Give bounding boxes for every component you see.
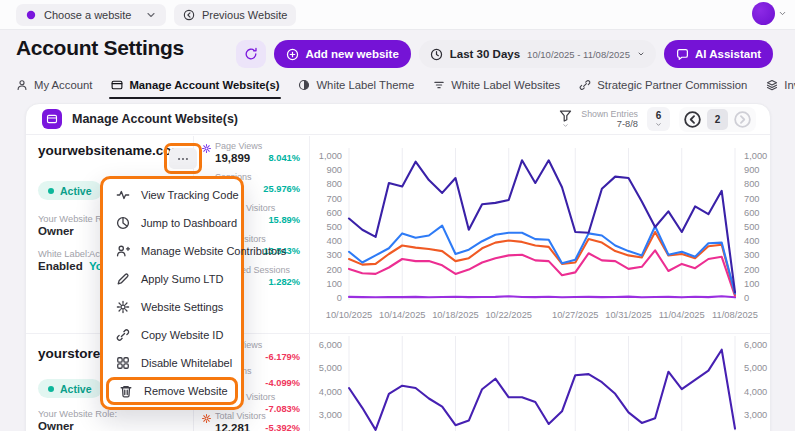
role-value: Owner [38,420,74,431]
status-dot-icon [48,386,54,392]
panel-header: Manage Account Website(s) Shown Entries … [26,104,770,135]
svg-text:6,000: 6,000 [319,340,342,350]
svg-text:11/08/2025: 11/08/2025 [712,310,758,320]
header-actions: Add new website Last 30 Days 10/10/2025 … [236,40,773,68]
period-label: Last 30 Days [450,48,520,60]
filter-button[interactable] [559,109,572,129]
menu-item-copy-website-id[interactable]: Copy Website ID [103,321,241,349]
stat-delta: 25.976% [263,184,300,194]
gear-icon [116,300,130,314]
svg-text:10/22/2025: 10/22/2025 [485,310,532,320]
status-label: Active [60,185,92,197]
white-label-value: Enabled [38,260,83,272]
link-icon [579,79,591,91]
svg-text:3,000: 3,000 [744,410,767,420]
prev-page-button[interactable] [683,110,702,129]
svg-text:4,000: 4,000 [319,387,342,397]
svg-text:5,000: 5,000 [744,363,767,373]
menu-item-remove-website[interactable]: Remove Website [106,377,238,405]
stat-label: Page Views [215,141,300,151]
white-label-label: White Label: [38,249,90,259]
chat-icon [676,48,689,61]
next-page-button[interactable] [733,110,752,129]
tab-invoices[interactable]: Invoices [766,79,795,99]
previous-website-label: Previous Website [202,9,287,21]
svg-text:400: 400 [744,236,760,246]
previous-website-button[interactable]: Previous Website [174,4,296,26]
tab-manage-account-website-s[interactable]: Manage Account Website(s) [111,79,279,99]
menu-item-manage-website-contributors[interactable]: Manage Website Contributors [103,237,241,265]
date-range-picker[interactable]: Last 30 Days 10/10/2025 - 11/08/2025 [419,40,656,68]
card-icon [42,109,62,129]
funnel-icon [559,109,572,122]
tab-white-label-theme[interactable]: White Label Theme [298,79,414,99]
status-badge: Active [38,379,102,398]
tab-my-account[interactable]: My Account [16,79,92,99]
stat-delta: 15.89% [268,215,300,225]
svg-text:600: 600 [326,208,342,218]
add-new-website-label: Add new website [305,48,398,60]
sun-icon [201,143,212,154]
svg-text:100: 100 [744,279,760,289]
svg-text:1,000: 1,000 [744,151,767,161]
stat-page-views: Page Views19,8998.041% [201,141,300,168]
tab-label: White Label Theme [316,79,414,91]
tab-label: Manage Account Website(s) [129,79,279,91]
menu-item-disable-whitelabel[interactable]: Disable Whitelabel [103,349,241,377]
chevron-down-icon [637,50,645,58]
ai-assistant-button[interactable]: AI Assistant [664,40,773,68]
menu-item-view-tracking-code[interactable]: View Tracking Code [103,181,241,209]
svg-text:700: 700 [326,194,342,204]
card-icon [46,113,58,125]
menu-item-label: Manage Website Contributors [141,245,286,257]
chevron-down-icon [655,121,662,128]
svg-text:0: 0 [744,293,749,303]
person-icon [16,79,28,91]
menu-item-jump-to-dashboard[interactable]: Jump to Dashboard [103,209,241,237]
panel-controls: Shown Entries 7-8/8 6 2 [559,107,756,132]
refresh-button[interactable] [236,40,266,68]
traffic-chart: 3,0003,0004,0004,0005,0005,0006,0006,000 [311,336,771,431]
plus-circle-icon [286,48,299,61]
more-options-button[interactable] [169,148,197,169]
stat-delta: 8.041% [268,153,300,163]
tab-label: Invoices [784,79,795,91]
svg-text:0: 0 [337,293,342,303]
website-name: yourwebsitename.com [38,143,184,158]
menu-item-label: Copy Website ID [141,329,223,341]
trash-icon [119,384,133,398]
svg-text:800: 800 [744,179,760,189]
status-label: Active [60,383,92,395]
svg-text:10/18/2025: 10/18/2025 [432,310,479,320]
tab-label: White Label Websites [451,79,560,91]
menu-item-label: Jump to Dashboard [141,217,237,229]
svg-text:500: 500 [744,222,760,232]
chevron-down-icon [145,9,157,21]
choose-website-dropdown[interactable]: Choose a website [16,4,166,26]
tab-label: My Account [34,79,92,91]
tab-strategic-partner-commission[interactable]: Strategic Partner Commission [579,79,747,99]
add-new-website-button[interactable]: Add new website [274,40,410,68]
svg-text:200: 200 [744,265,760,275]
chevron-down-icon [778,9,787,18]
menu-item-label: Disable Whitelabel [141,357,232,369]
menu-item-website-settings[interactable]: Website Settings [103,293,241,321]
role-value: Owner [38,225,74,237]
svg-text:500: 500 [326,222,342,232]
menu-item-label: View Tracking Code [141,189,239,201]
stat-total-visitors: Total Visitors12,281-5.392% [201,411,300,431]
grid-icon [116,356,130,370]
stat-delta: -4.099% [265,378,300,388]
menu-item-label: Remove Website [144,385,228,397]
shown-entries-label: Shown Entries [581,109,638,119]
svg-text:10/31/2025: 10/31/2025 [605,310,652,320]
menu-item-apply-sumo-ltd[interactable]: Apply Sumo LTD [103,265,241,293]
svg-text:3,000: 3,000 [319,410,342,420]
activity-icon [116,188,130,202]
tab-white-label-websites[interactable]: White Label Websites [433,79,560,99]
refresh-icon [244,47,258,61]
user-menu[interactable] [752,2,787,25]
user-plus-icon [116,244,130,258]
page-size-select[interactable]: 6 [647,107,670,131]
clock-icon [430,48,443,61]
